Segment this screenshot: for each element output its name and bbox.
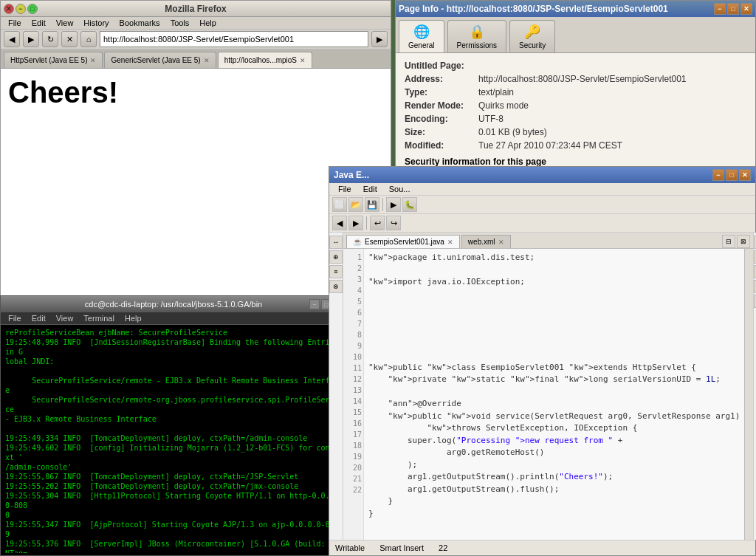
- eclipse-menu-edit[interactable]: Edit: [357, 184, 383, 194]
- forward-button[interactable]: ▶: [23, 31, 39, 47]
- sidebar-btn-3[interactable]: ≡: [329, 265, 343, 278]
- terminal-menu-help[interactable]: Help: [120, 313, 146, 323]
- eclipse-tool-save[interactable]: 💾: [365, 197, 379, 212]
- terminal-line: reProfileServiceBean ejbName: SecureProf…: [5, 328, 342, 337]
- go-button[interactable]: ▶: [371, 31, 388, 47]
- line-number: 2: [345, 263, 362, 274]
- terminal-line: 19:25:55,376 INFO [ServerImpl] JBoss (Mi…: [5, 539, 342, 553]
- pi-label-untitled: Untitled Page:: [405, 61, 478, 71]
- eclipse-menu-source[interactable]: Sou...: [383, 184, 416, 194]
- terminal-content[interactable]: reProfileServiceBean ejbName: SecureProf…: [1, 325, 346, 553]
- line-number: 18: [345, 440, 362, 451]
- tab-webxml-close[interactable]: ✕: [498, 238, 504, 246]
- eclipse-tool-undo[interactable]: ↩: [370, 216, 385, 230]
- tab-localhost[interactable]: http://localhos...mpioS ✕: [218, 52, 312, 68]
- minimize-button[interactable]: −: [16, 4, 26, 14]
- code-line: "ann">@Override: [368, 398, 740, 411]
- menu-edit[interactable]: Edit: [27, 18, 50, 28]
- terminal-menu-terminal[interactable]: Terminal: [79, 313, 119, 323]
- terminal-line: SecureProfileService/remote - EJB3.x Def…: [5, 376, 342, 395]
- eclipse-editor[interactable]: 12345678910111213141516171819202122 "kw"…: [343, 249, 744, 540]
- pi-label-encoding: Encoding:: [405, 114, 478, 124]
- eclipse-maximize[interactable]: □: [726, 169, 738, 181]
- menu-tools[interactable]: Tools: [166, 18, 194, 28]
- terminal-minimize[interactable]: −: [309, 299, 320, 309]
- eclipse-main: ☕ EsempioServlet001.java ✕ web.xml ✕ ⊟ ⊠…: [343, 233, 753, 540]
- terminal-window: cdc@cdc-dis-laptop: /usr/local/jboss-5.1…: [0, 295, 347, 556]
- stop-button[interactable]: ✕: [61, 31, 78, 47]
- tab-esempioservlet[interactable]: ☕ EsempioServlet001.java ✕: [346, 235, 460, 248]
- code-line: );: [368, 459, 740, 472]
- line-number: 16: [345, 418, 362, 429]
- terminal-menu-edit[interactable]: Edit: [27, 313, 50, 323]
- eclipse-tool-debug[interactable]: 🐛: [402, 197, 417, 212]
- eclipse-tool-next[interactable]: ▶: [348, 216, 363, 230]
- reload-button[interactable]: ↻: [42, 31, 58, 47]
- line-number: 5: [345, 296, 362, 307]
- pi-value-type: text/plain: [478, 87, 514, 97]
- firefox-titlebar: ✕ − □ Mozilla Firefox: [1, 1, 391, 17]
- terminal-menu-view[interactable]: View: [52, 313, 78, 323]
- back-button[interactable]: ◀: [4, 31, 20, 47]
- sidebar-btn-4[interactable]: ⊗: [329, 280, 343, 293]
- status-line: 22: [439, 543, 447, 552]
- eclipse-left-sidebar: ↔ ⊕ ≡ ⊗: [329, 233, 343, 540]
- menu-file[interactable]: File: [4, 18, 26, 28]
- firefox-tabs: HttpServlet (Java EE 5) ✕ GenericServlet…: [1, 49, 391, 69]
- line-number: 22: [345, 484, 362, 495]
- sidebar-btn-2[interactable]: ⊕: [329, 250, 343, 264]
- editor-scrollbar[interactable]: [744, 249, 753, 540]
- pageinfo-minimize[interactable]: −: [714, 3, 726, 15]
- eclipse-tool-run[interactable]: ▶: [386, 197, 401, 212]
- pageinfo-maximize[interactable]: □: [727, 3, 739, 15]
- terminal-line: [5, 424, 342, 433]
- tab-genericservlet-close[interactable]: ✕: [204, 57, 210, 64]
- menu-bookmarks[interactable]: Bookmarks: [115, 18, 165, 28]
- terminal-title: cdc@cdc-dis-laptop: /usr/local/jboss-5.1…: [85, 300, 262, 309]
- home-button[interactable]: ⌂: [80, 31, 97, 47]
- tab-localhost-close[interactable]: ✕: [300, 57, 306, 64]
- menu-view[interactable]: View: [52, 18, 78, 28]
- tab-genericservlet[interactable]: GenericServlet (Java EE 5) ✕: [104, 52, 216, 68]
- tab-esempioservlet-close[interactable]: ✕: [447, 238, 453, 246]
- tab-localhost-label: http://localhos...mpioS: [224, 56, 297, 64]
- menu-help[interactable]: Help: [195, 18, 221, 28]
- line-number: 4: [345, 285, 362, 296]
- pi-label-size: Size:: [405, 127, 478, 137]
- eclipse-right-sidebar: ≡ ⊞ ⊟ ☰ 📋: [753, 233, 756, 540]
- eclipse-menu-file[interactable]: File: [332, 184, 357, 194]
- line-number: 3: [345, 274, 362, 285]
- pi-tab-security[interactable]: 🔑 Security: [509, 20, 555, 52]
- code-area[interactable]: "kw">package it.uniromal.dis.test; "kw">…: [364, 249, 744, 540]
- eclipse-tool-redo[interactable]: ↪: [386, 216, 401, 230]
- eclipse-tool-prev[interactable]: ◀: [332, 216, 347, 230]
- tab-httpservlet-close[interactable]: ✕: [90, 57, 96, 64]
- tab-webxml[interactable]: web.xml ✕: [461, 235, 511, 248]
- eclipse-minimize[interactable]: −: [712, 169, 724, 181]
- pi-tab-permissions[interactable]: 🔒 Permissions: [447, 20, 506, 52]
- pi-row-modified: Modified: Tue 27 Apr 2010 07:23:44 PM CE…: [405, 140, 746, 151]
- pi-label-type: Type:: [405, 87, 478, 97]
- pi-row-address: Address: http://localhost:8080/JSP-Servl…: [405, 74, 746, 84]
- url-bar[interactable]: [100, 31, 368, 47]
- sidebar-btn-1[interactable]: ↔: [329, 236, 343, 249]
- eclipse-tool-open[interactable]: 📂: [348, 197, 363, 212]
- terminal-line: /admin-console': [5, 462, 342, 472]
- terminal-line: 19:25:49,334 INFO [TomcatDeployment] dep…: [5, 433, 342, 443]
- eclipse-tool-new[interactable]: ⬜: [332, 197, 347, 212]
- editor-minimize-icon[interactable]: ⊟: [722, 235, 735, 248]
- tab-httpservlet[interactable]: HttpServlet (Java EE 5) ✕: [4, 52, 103, 68]
- terminal-menu-file[interactable]: File: [4, 313, 26, 323]
- code-line: "kw">import java.io.IOException;: [368, 276, 740, 289]
- eclipse-close[interactable]: ✕: [739, 169, 751, 181]
- line-number: 7: [345, 318, 362, 329]
- maximize-button[interactable]: □: [27, 4, 38, 14]
- pi-value-address: http://localhost:8080/JSP-Servlet/Esempi…: [478, 74, 686, 84]
- code-line: }: [368, 495, 740, 508]
- pageinfo-close[interactable]: ✕: [740, 3, 752, 15]
- close-button[interactable]: ✕: [4, 4, 14, 14]
- pi-value-encoding: UTF-8: [478, 114, 504, 124]
- editor-maximize-icon[interactable]: ⊠: [737, 235, 750, 248]
- pi-tab-general[interactable]: 🌐 General: [399, 20, 444, 52]
- menu-history[interactable]: History: [79, 18, 113, 28]
